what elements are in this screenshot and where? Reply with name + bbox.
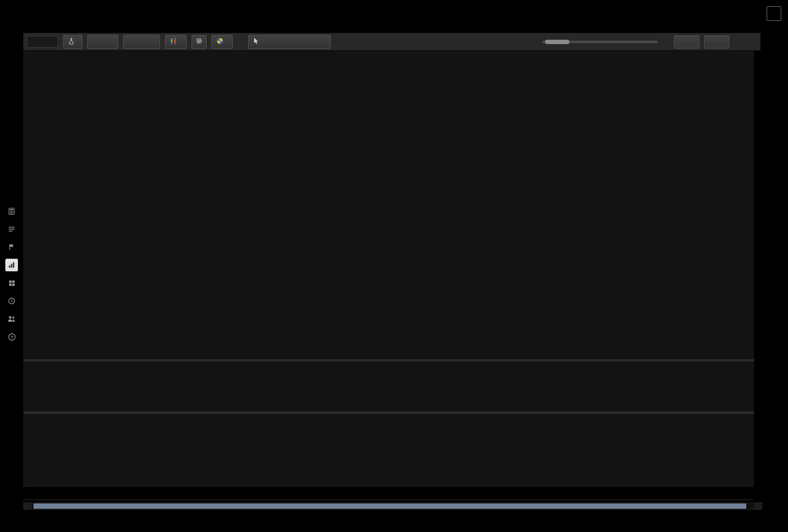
dashboard-icon[interactable] xyxy=(5,277,18,289)
range-dropdown[interactable] xyxy=(123,35,160,49)
chart-toolbar xyxy=(23,33,760,51)
stat-last-size xyxy=(36,8,38,18)
indicators-icon xyxy=(68,38,75,46)
accounts-menu[interactable] xyxy=(755,10,757,17)
sidebar-tab-positions[interactable] xyxy=(0,40,23,97)
charts-icon[interactable] xyxy=(5,259,18,271)
panel-divider[interactable] xyxy=(23,412,754,414)
stochastic-legend xyxy=(28,414,38,422)
cursor-pointer-icon xyxy=(253,38,259,46)
chart-grid-icon xyxy=(216,37,224,46)
load-button[interactable] xyxy=(704,35,729,48)
clock-icon[interactable] xyxy=(5,295,18,307)
help-icon[interactable]: ? xyxy=(5,330,18,343)
gear-icon xyxy=(195,37,203,46)
horizontal-scrollbar[interactable] xyxy=(23,502,762,510)
sidebar-tab-activity[interactable] xyxy=(0,153,23,201)
zoom-slider-thumb[interactable] xyxy=(545,40,569,44)
main-chart-canvas[interactable] xyxy=(23,27,788,532)
trading-app: ? xyxy=(0,0,788,532)
chart-style-dropdown[interactable] xyxy=(165,35,187,49)
panel-divider[interactable] xyxy=(23,360,754,361)
collapse-panel-button[interactable] xyxy=(767,6,781,21)
scroll-left-button[interactable] xyxy=(24,503,32,509)
chart-grid-dropdown[interactable] xyxy=(211,35,233,49)
drawing-tool-dropdown[interactable] xyxy=(248,35,331,49)
sidebar-gadget-icons: ? xyxy=(0,205,23,343)
timeframe-dropdown[interactable] xyxy=(87,35,118,49)
header-right xyxy=(755,6,781,21)
calculator-icon[interactable] xyxy=(5,205,18,218)
macd-legend xyxy=(28,361,43,369)
news-list-icon[interactable] xyxy=(5,223,18,235)
trade-ticket-icon[interactable] xyxy=(5,241,18,253)
price-axis[interactable] xyxy=(714,27,754,500)
zoom-slider[interactable] xyxy=(542,41,658,43)
scrollbar-thumb[interactable] xyxy=(33,503,746,509)
left-sidebar: ? xyxy=(0,27,23,532)
community-icon[interactable] xyxy=(5,313,18,325)
top-header xyxy=(0,0,788,27)
sidebar-tab-trade[interactable] xyxy=(0,107,23,145)
symbol-input[interactable] xyxy=(27,36,58,47)
scrollbar-track[interactable] xyxy=(32,503,754,509)
x-axis-divider xyxy=(23,500,754,500)
time-axis[interactable] xyxy=(23,487,714,500)
chart-region xyxy=(23,27,788,532)
indicators-button[interactable] xyxy=(63,35,82,49)
chart-settings-button[interactable] xyxy=(192,35,207,49)
save-button[interactable] xyxy=(674,35,699,48)
scroll-right-button[interactable] xyxy=(754,503,762,509)
candlestick-style-icon xyxy=(170,38,177,46)
svg-text:?: ? xyxy=(10,334,13,339)
